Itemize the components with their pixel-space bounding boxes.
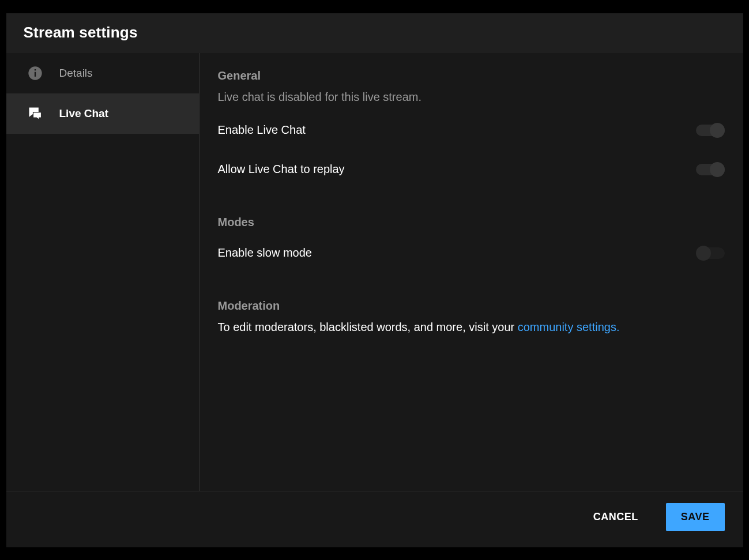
setting-enable-live-chat: Enable Live Chat (218, 116, 725, 144)
toggle-enable-live-chat[interactable] (696, 125, 725, 136)
content-pane: General Live chat is disabled for this l… (200, 53, 743, 491)
svg-rect-2 (34, 69, 35, 70)
community-settings-link[interactable]: community settings. (518, 321, 620, 333)
setting-label: Enable slow mode (218, 246, 312, 260)
setting-label: Enable Live Chat (218, 123, 306, 137)
stream-settings-dialog: Stream settings Details Live Chat (6, 13, 744, 548)
dialog-footer: CANCEL SAVE (6, 491, 743, 547)
save-button[interactable]: SAVE (666, 503, 725, 531)
sidebar-item-live-chat[interactable]: Live Chat (6, 93, 199, 134)
dialog-body: Details Live Chat General Live chat is d… (6, 53, 743, 491)
chat-icon (27, 106, 43, 122)
dialog-header: Stream settings (6, 13, 743, 53)
toggle-knob (696, 246, 711, 261)
sidebar-item-label: Live Chat (59, 107, 109, 120)
sidebar: Details Live Chat (6, 53, 200, 491)
setting-allow-replay: Allow Live Chat to replay (218, 156, 725, 183)
dialog-title: Stream settings (24, 24, 726, 42)
section-heading-general: General (218, 69, 725, 82)
info-icon (27, 65, 43, 81)
general-description: Live chat is disabled for this live stre… (218, 91, 725, 104)
toggle-allow-replay[interactable] (696, 164, 725, 175)
toggle-enable-slow-mode[interactable] (696, 247, 725, 259)
toggle-knob (710, 123, 725, 138)
moderation-text-before: To edit moderators, blacklisted words, a… (218, 321, 518, 333)
sidebar-item-details[interactable]: Details (6, 53, 199, 93)
moderation-text: To edit moderators, blacklisted words, a… (218, 321, 725, 334)
sidebar-item-label: Details (59, 67, 93, 80)
section-heading-moderation: Moderation (218, 299, 725, 313)
setting-enable-slow-mode: Enable slow mode (218, 239, 725, 267)
toggle-knob (710, 162, 725, 177)
section-heading-modes: Modes (218, 216, 725, 229)
setting-label: Allow Live Chat to replay (218, 163, 345, 176)
svg-rect-1 (34, 72, 35, 76)
cancel-button[interactable]: CANCEL (589, 504, 643, 530)
